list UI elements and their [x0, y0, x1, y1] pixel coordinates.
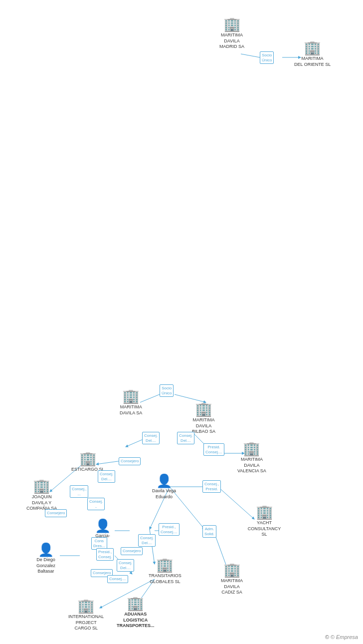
building-icon-maritima-madrid: 🏢 [223, 17, 241, 31]
building-icon-maritima-oriente: 🏢 [304, 41, 321, 55]
person-icon-de-diego: 👤 [38, 543, 54, 556]
svg-line-0 [241, 54, 260, 57]
company-label-maritima-oriente: MARITIMA DEL ORIENTE SL [294, 56, 331, 67]
building-icon-maritima-bilbao: 🏢 [195, 402, 212, 416]
company-label-aduanas: ADUANAS LOGISTICA TRANSPORTES... [117, 612, 155, 629]
company-label-international: INTERNATIONAL PROJECT CARGO SL [68, 614, 104, 632]
company-transitarios-globales[interactable]: 🏢 TRANSITARIOS GLOBALES SL [149, 558, 182, 585]
building-icon-maritima-davila-sa: 🏢 [122, 389, 140, 403]
company-label-maritima-valencia: MARITIMA DAVILA VALENCIA SA [237, 457, 266, 474]
badge-socio-unico-top: Socio Único [260, 51, 274, 64]
badge-socio-unico-mid: Socio Único [160, 384, 174, 397]
watermark-text: © Empresa [331, 634, 358, 640]
company-label-maritima-bilbao: MARITIMA DAVILA BILBAO SA [192, 417, 215, 435]
person-label-davila: Davila Vega Eduardo [152, 488, 176, 500]
badge-consej-3: Consej., ... [70, 485, 88, 498]
company-joaquin-davila[interactable]: 🏢 JOAQUIN DAVILA Y COMPAÑIA SA [26, 479, 57, 512]
badge-presid-consej-2: Presid., Consej.... [159, 523, 180, 536]
building-icon-aduanas: 🏢 [127, 597, 144, 611]
company-label-maritima-davila-sa: MARITIMA DAVILA SA [120, 404, 142, 416]
company-maritima-davila-sa[interactable]: 🏢 MARITIMA DAVILA SA [120, 389, 142, 416]
person-icon-davila: 👤 [156, 474, 172, 487]
building-icon-joaquin-davila: 🏢 [33, 479, 50, 493]
person-davila-vega-eduardo[interactable]: 👤 Davila Vega Eduardo [152, 474, 176, 500]
company-esticargo[interactable]: 🏢 ESTICARGO SL [71, 452, 105, 473]
company-aduanas-logistica[interactable]: 🏢 ADUANAS LOGISTICA TRANSPORTES... [117, 597, 155, 629]
badge-consej-del-4: Consej. Del.... [138, 534, 156, 547]
company-label-yacht: YACHT CONSULTANCY SL [244, 520, 284, 538]
badge-consejero-2: Consejero [45, 509, 67, 517]
company-maritima-davila-bilbao[interactable]: 🏢 MARITIMA DAVILA BILBAO SA [192, 402, 215, 435]
person-label-de-diego: De Diego Gonzalez Baltasar [36, 557, 55, 575]
company-label-maritima-madrid: MARITIMA DAVILA MADRID SA [219, 32, 244, 50]
badge-presid-consej-3: Presid., Consej. [96, 548, 114, 561]
watermark: © © Empresa [325, 634, 358, 640]
company-label-transitarios: TRANSITARIOS GLOBALES SL [149, 573, 182, 585]
badge-consej-presid: Consej., Presid. [202, 480, 221, 493]
badge-consej-del-1: Consej. Del.... [142, 432, 160, 444]
building-icon-international: 🏢 [77, 599, 95, 613]
building-icon-esticargo: 🏢 [79, 452, 97, 466]
building-icon-maritima-cadiz: 🏢 [223, 563, 241, 577]
company-yacht-consultancy[interactable]: 🏢 YACHT CONSULTANCY SL [244, 505, 284, 538]
badge-consej-4: Consej. .. [87, 498, 105, 510]
badge-consej-del-2: Consej. Del.... [177, 432, 194, 444]
badge-consejero-1: Consejero [119, 457, 141, 465]
person-de-diego[interactable]: 👤 De Diego Gonzalez Baltasar [36, 543, 55, 575]
building-icon-transitarios: 🏢 [156, 558, 174, 572]
badge-consej-5: Consej.... [107, 575, 128, 583]
person-icon-garcia: 👤 [95, 519, 111, 532]
company-label-maritima-cadiz: MARITIMA DAVILA CADIZ SA [221, 578, 243, 596]
building-icon-maritima-valencia: 🏢 [243, 442, 260, 456]
building-icon-yacht: 🏢 [256, 505, 273, 519]
svg-line-2 [140, 394, 160, 402]
badge-consejero-3: Consejero [121, 547, 143, 555]
badge-presid-consej: Presid. Consej.... [203, 443, 224, 456]
company-maritima-davila-valencia[interactable]: 🏢 MARITIMA DAVILA VALENCIA SA [237, 442, 266, 474]
badge-consej-del-5: Consej. Del.... [117, 559, 134, 572]
company-international-project-cargo[interactable]: 🏢 INTERNATIONAL PROJECT CARGO SL [68, 599, 104, 632]
company-maritima-del-oriente[interactable]: 🏢 MARITIMA DEL ORIENTE SL [294, 41, 331, 67]
diagram-container: 🏢 MARITIMA DAVILA MADRID SA Socio Único … [0, 0, 363, 644]
badge-consej-del-3: Consej. Del.... [98, 470, 115, 483]
company-maritima-davila-madrid[interactable]: 🏢 MARITIMA DAVILA MADRID SA [219, 17, 244, 50]
badge-adm-solid: Adm. Solid. [202, 525, 216, 538]
company-maritima-davila-cadiz[interactable]: 🏢 MARITIMA DAVILA CADIZ SA [221, 563, 243, 596]
